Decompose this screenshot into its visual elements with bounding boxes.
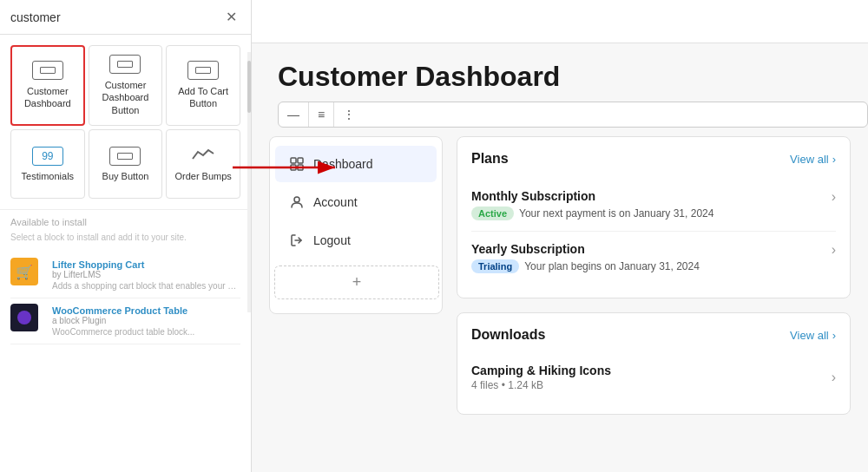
right-panel: Customer Dashboard — ≡ ⋮ [252,0,868,472]
widget-testimonials[interactable]: 99 Testimonials [10,129,85,199]
download-name: Camping & Hiking Icons [471,364,611,377]
nav-label: Dashboard [313,157,373,171]
plan-name: Yearly Subscription [471,242,700,256]
search-bar: ✕ [0,0,251,35]
widget-icon [109,147,141,166]
svg-rect-6 [291,158,296,163]
widget-icon [187,61,219,80]
bumps-icon [191,147,215,166]
nav-item-dashboard[interactable]: Dashboard [275,146,437,182]
widget-label: Order Bumps [174,171,231,181]
plans-card: Plans View all › Monthly Subscription Ac… [457,136,851,298]
plugin-desc: Adds a shopping cart block that enables … [52,281,240,291]
plan-yearly[interactable]: Yearly Subscription Trialing Your plan b… [471,232,836,284]
plan-info: Yearly Subscription Trialing Your plan b… [471,242,700,273]
plugin-item-lifter[interactable]: 🛒 Lifter Shopping Cart by LifterLMS Adds… [10,252,240,298]
plan-chevron-icon: › [832,242,836,258]
download-meta: 4 files • 1.24 kB [471,379,611,391]
svg-point-3 [17,311,31,324]
status-badge-active: Active [471,206,514,220]
plan-info: Monthly Subscription Active Your next pa… [471,189,713,220]
widget-add-to-cart[interactable]: Add To CartButton [166,45,240,126]
scroll-thumb [247,61,251,113]
page-title-area: Customer Dashboard [252,43,868,102]
plans-title: Plans [471,151,509,167]
downloads-view-all[interactable]: View all › [790,329,836,342]
svg-rect-8 [291,165,296,170]
toolbar-list-button[interactable]: ≡ [309,102,334,127]
list-icon: ≡ [318,108,325,121]
nav-label: Logout [313,233,351,247]
logout-icon [289,233,305,248]
nav-item-logout[interactable]: Logout [275,222,437,259]
svg-text:🛒: 🛒 [16,264,33,280]
downloads-card: Downloads View all › Camping & Hiking Ic… [457,312,851,415]
view-all-text: View all [790,153,829,166]
widget-label: CustomerDashboardButton [102,79,149,116]
widget-label: Testimonials [22,171,75,181]
toolbar-more-button[interactable]: ⋮ [334,102,364,127]
widget-buy-button[interactable]: Buy Button [89,129,163,199]
widget-label: CustomerDashboard [24,85,71,110]
widget-icon [109,55,141,74]
plugin-name: Lifter Shopping Cart [52,259,240,270]
toolbar-layout-button[interactable]: — [279,102,309,127]
plugin-meta: a block Plugin [52,316,240,325]
widget-customer-dashboard[interactable]: CustomerDashboard [10,45,85,126]
plans-header: Plans View all › [471,151,836,167]
more-icon: ⋮ [343,108,355,121]
scrollbar[interactable] [247,52,251,312]
download-info: Camping & Hiking Icons 4 files • 1.24 kB [471,364,611,391]
page-title: Customer Dashboard [278,61,842,93]
icon-inner [40,67,56,74]
plugin-meta: by LifterLMS [52,270,240,279]
widget-order-bumps[interactable]: Order Bumps [166,129,240,199]
available-title: Available to install [10,217,240,227]
plans-view-all[interactable]: View all › [790,153,836,166]
view-all-text: View all [790,329,829,342]
downloads-title: Downloads [471,327,545,343]
download-chevron-icon: › [832,370,836,385]
available-desc: Select a block to install and add it to … [10,233,240,242]
testimonials-icon: 99 [32,147,63,166]
nav-item-account[interactable]: Account [275,184,437,220]
add-section-button[interactable]: + [274,266,439,299]
plan-desc: Your plan begins on January 31, 2024 [524,260,700,272]
left-panel: ✕ CustomerDashboard CustomerDashboardBut… [0,0,252,472]
plan-status-row: Active Your next payment is on January 3… [471,206,713,220]
nav-label: Account [313,195,358,209]
download-item[interactable]: Camping & Hiking Icons 4 files • 1.24 kB… [471,355,836,400]
plugin-info: Lifter Shopping Cart by LifterLMS Adds a… [52,259,240,291]
plugin-list: 🛒 Lifter Shopping Cart by LifterLMS Adds… [0,249,251,348]
plugin-name: WooCommerce Product Table [52,305,240,316]
plan-name: Monthly Subscription [471,189,713,203]
main-content: Plans View all › Monthly Subscription Ac… [457,136,851,455]
plugin-thumb: 🛒 [10,258,45,292]
layout-icon: — [287,108,299,121]
widget-label: Buy Button [102,171,149,181]
account-icon [289,194,305,210]
svg-rect-7 [298,158,303,163]
dashboard-icon [289,156,305,172]
svg-point-10 [294,197,299,202]
icon-inner [117,153,133,160]
svg-rect-9 [298,165,303,170]
status-badge-trialing: Trialing [471,259,519,273]
sidebar-nav: Dashboard Account [269,136,443,314]
widget-customer-dashboard-button[interactable]: CustomerDashboardButton [89,45,163,126]
plugin-item-woo[interactable]: WooCommerce Product Table a block Plugin… [10,298,240,344]
chevron-right-icon: › [832,153,836,166]
downloads-header: Downloads View all › [471,327,836,343]
widget-icon [32,61,63,80]
plugin-info: WooCommerce Product Table a block Plugin… [52,305,240,337]
close-search-button[interactable]: ✕ [222,7,240,27]
plan-monthly[interactable]: Monthly Subscription Active Your next pa… [471,179,836,232]
widget-label: Add To CartButton [178,85,228,110]
widgets-grid: CustomerDashboard CustomerDashboardButto… [0,35,251,209]
icon-inner [195,67,211,74]
plan-desc: Your next payment is on January 31, 2024 [519,207,713,220]
available-section: Available to install Select a block to i… [0,209,251,249]
dashboard-content: Dashboard Account [269,136,851,455]
plan-status-row: Trialing Your plan begins on January 31,… [471,259,700,273]
search-input[interactable] [10,10,222,24]
